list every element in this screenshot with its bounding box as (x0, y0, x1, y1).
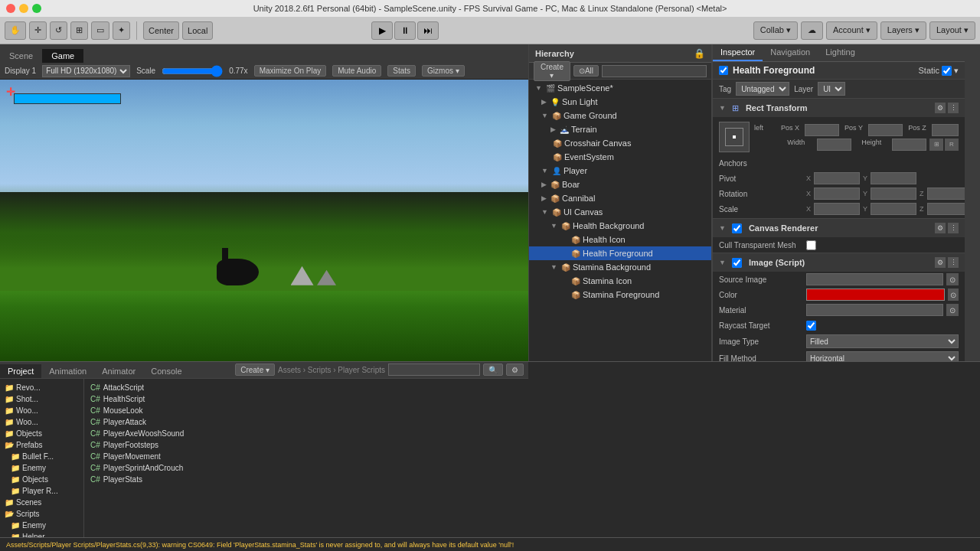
rot-y-input[interactable]: 0 (871, 187, 916, 200)
project-search[interactable] (388, 364, 480, 376)
rect-reset-btn[interactable]: R (945, 139, 959, 151)
height-input[interactable]: 53 (892, 139, 926, 151)
maximize-play-btn[interactable]: Maximize On Play (254, 65, 327, 77)
rot-x-input[interactable]: 0 (814, 187, 860, 200)
tree-objects[interactable]: 📁 Objects (0, 428, 83, 439)
game-tab[interactable]: Game (42, 49, 83, 63)
pivot-y-input[interactable]: 0.5 (871, 172, 916, 184)
minimize-button[interactable] (19, 4, 28, 13)
scale-x-input[interactable]: 1 (814, 203, 860, 215)
console-tab[interactable]: Console (143, 364, 189, 378)
collab-button[interactable]: Collab ▾ (753, 21, 798, 40)
image-settings-btn[interactable]: ⚙ (935, 257, 946, 268)
canvas-settings-btn[interactable]: ⚙ (935, 223, 946, 233)
file-sprintcrouch[interactable]: C# PlayerSprintAndCrouch (87, 462, 525, 474)
hier-healthbg[interactable]: ▼ 📦 Health Background (529, 219, 711, 233)
rot-z-input[interactable]: 0 (927, 187, 965, 200)
resolution-select[interactable]: Full HD (1920x1080) (42, 65, 130, 77)
file-playerstats[interactable]: C# PlayerStats (87, 474, 525, 485)
image-type-select[interactable]: Filled (806, 334, 959, 348)
hand-tool[interactable]: ✋ (5, 21, 26, 40)
width-input[interactable]: 446 (817, 139, 851, 151)
navigation-tab[interactable]: Navigation (763, 44, 818, 61)
tag-select[interactable]: Untagged (736, 82, 789, 96)
gizmos-btn[interactable]: Gizmos ▾ (422, 65, 465, 77)
account-button[interactable]: Account ▾ (826, 21, 877, 40)
pos-y-input[interactable]: -26 (868, 124, 903, 136)
file-axewoosh[interactable]: C# PlayerAxeWooshSound (87, 428, 525, 439)
tree-objects2[interactable]: 📁 Objects (0, 474, 83, 485)
material-select-btn[interactable]: ⊙ (946, 304, 959, 316)
file-playerattack[interactable]: C# PlayerAttack (87, 416, 525, 428)
hier-sunlight[interactable]: ▶ 💡 Sun Light (529, 95, 711, 109)
hier-staminabg[interactable]: ▼ 📦 Stamina Background (529, 260, 711, 274)
tree-scenes[interactable]: 📁 Scenes (0, 497, 83, 508)
layers-button[interactable]: Layers ▾ (880, 21, 926, 40)
canvas-enabled[interactable] (732, 223, 742, 233)
object-enabled-checkbox[interactable] (719, 66, 728, 75)
layer-select[interactable]: UI (818, 82, 845, 96)
static-toggle[interactable]: Static ▾ (918, 66, 959, 76)
hier-samplescene[interactable]: ▼ 🎬 SampleScene* (529, 81, 711, 95)
scale-z-input[interactable]: 1 (927, 203, 965, 215)
animator-tab[interactable]: Animator (94, 364, 143, 378)
material-input[interactable]: None (Material) (806, 304, 943, 316)
color-select-btn[interactable]: ⊙ (948, 289, 959, 301)
hierarchy-lock[interactable]: 🔒 (694, 48, 705, 59)
fill-method-select[interactable]: Horizontal (806, 351, 959, 361)
hier-eventsystem[interactable]: 📦 EventSystem (529, 150, 711, 164)
scale-slider[interactable] (162, 65, 223, 77)
rect-tool[interactable]: ▭ (91, 21, 109, 40)
hierarchy-search[interactable] (602, 65, 707, 77)
pos-z-input[interactable]: 0 (932, 124, 959, 136)
project-tab[interactable]: Project (0, 364, 41, 378)
tree-shot[interactable]: 📁 Shot... (0, 393, 83, 405)
bottom-create-btn[interactable]: Create ▾ (235, 364, 275, 376)
hier-crosshair[interactable]: 📦 Crosshair Canvas (529, 136, 711, 150)
image-script-header[interactable]: Image (Script) ⚙ ⋮ (713, 253, 965, 272)
rect-aspect-btn[interactable]: ⊞ (929, 139, 943, 151)
scale-y-input[interactable]: 1 (871, 203, 916, 215)
file-attack[interactable]: C# AttackScript (87, 382, 525, 393)
canvas-overflow-btn[interactable]: ⋮ (948, 223, 959, 233)
tree-prefabs[interactable]: 📂 Prefabs (0, 439, 83, 451)
animation-tab[interactable]: Animation (41, 364, 94, 378)
inspector-tab[interactable]: Inspector (713, 44, 763, 61)
search-btn[interactable]: 🔍 (483, 364, 503, 376)
move-tool[interactable]: ✛ (29, 21, 47, 40)
tree-playerr[interactable]: 📁 Player R... (0, 485, 83, 497)
filter-btn[interactable]: ⚙ (506, 364, 524, 376)
maximize-button[interactable] (32, 4, 41, 13)
anchor-widget[interactable] (719, 122, 750, 152)
rect-transform-header[interactable]: ⊞ Rect Transform ⚙ ⋮ (713, 99, 965, 117)
tree-enemy[interactable]: 📁 Enemy (0, 462, 83, 474)
transform-tool[interactable]: ✦ (113, 21, 130, 40)
scene-viewport[interactable]: ✛ (0, 80, 528, 361)
cloud-button[interactable]: ☁ (801, 21, 823, 40)
file-health[interactable]: C# HealthScript (87, 393, 525, 405)
hier-staminaicon[interactable]: 📦 Stamina Icon (529, 274, 711, 288)
tree-scripts[interactable]: 📂 Scripts (0, 508, 83, 520)
pivot-x-input[interactable]: 0.5 (814, 172, 860, 184)
cull-transparent-checkbox[interactable] (806, 240, 816, 250)
step-button[interactable]: ⏭ (417, 21, 439, 40)
close-button[interactable] (6, 4, 15, 13)
image-enabled[interactable] (732, 258, 742, 268)
hier-cannibal[interactable]: ▶ 📦 Cannibal (529, 191, 711, 205)
center-button[interactable]: Center (143, 21, 179, 40)
source-image-select-btn[interactable]: ⊙ (946, 273, 959, 285)
rotate-tool[interactable]: ↺ (50, 21, 67, 40)
tree-enemy2[interactable]: 📁 Enemy (0, 520, 83, 531)
color-swatch[interactable] (806, 289, 945, 301)
hier-staminafg[interactable]: 📦 Stamina Foreground (529, 288, 711, 302)
layout-button[interactable]: Layout ▾ (929, 21, 975, 40)
hier-healthicon[interactable]: 📦 Health Icon (529, 233, 711, 246)
hier-healthfg[interactable]: 📦 Health Foreground (529, 246, 711, 260)
hier-boar[interactable]: ▶ 📦 Boar (529, 178, 711, 191)
scale-tool[interactable]: ⊞ (70, 21, 88, 40)
mute-audio-btn[interactable]: Mute Audio (332, 65, 381, 77)
play-button[interactable]: ▶ (371, 21, 393, 40)
file-movement[interactable]: C# PlayerMovement (87, 451, 525, 462)
lighting-tab[interactable]: Lighting (818, 44, 863, 61)
raycast-checkbox[interactable] (806, 321, 816, 331)
